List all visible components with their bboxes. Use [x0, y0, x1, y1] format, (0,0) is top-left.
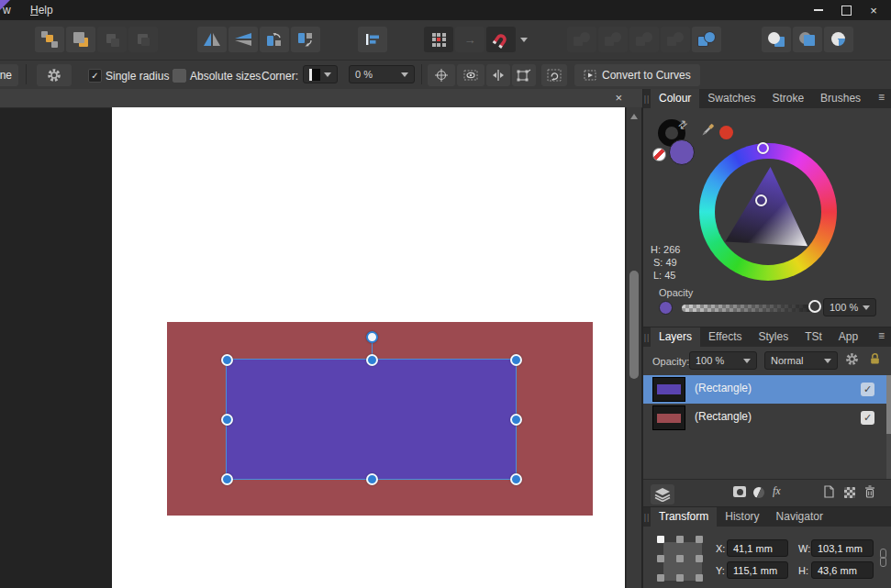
menu-item-help[interactable]: Help [30, 3, 53, 17]
anchor-dot-bottom-left[interactable] [657, 574, 664, 582]
opacity-value-dropdown[interactable]: 100 % [823, 298, 876, 316]
anchor-dot-middle-right[interactable] [696, 555, 703, 562]
panel-grip[interactable]: || [643, 89, 651, 108]
anchor-dot-bottom-right[interactable] [696, 574, 703, 582]
tab-styles[interactable]: Styles [751, 327, 797, 347]
scrollbar-thumb[interactable] [629, 271, 639, 379]
h-input[interactable]: 43,6 mm [811, 561, 874, 579]
corner-radius-dropdown[interactable]: 0 % [349, 65, 415, 83]
anchor-dot-bottom-middle[interactable] [676, 574, 684, 582]
no-colour-icon[interactable] [652, 148, 666, 161]
colour-picker-button[interactable] [699, 122, 716, 142]
w-input[interactable]: 103,1 mm [811, 539, 874, 557]
tab-colour[interactable]: Colour [651, 89, 699, 108]
panel-menu-icon[interactable]: ≡ [878, 327, 891, 347]
selection-handle-top-right[interactable] [510, 354, 522, 366]
anchor-dot-top-left[interactable] [657, 536, 664, 543]
scroll-up-icon[interactable] [630, 114, 638, 119]
minimize-button[interactable] [805, 0, 832, 20]
show-rotation-center-button[interactable] [428, 64, 455, 86]
move-forward-button[interactable] [35, 27, 64, 52]
layer-row[interactable]: (Rectangle) ✓ [643, 375, 887, 404]
layer-effects-button[interactable]: fx [773, 484, 781, 498]
vertical-scrollbar[interactable] [626, 107, 641, 588]
anchor-dot-middle-left[interactable] [657, 555, 664, 562]
tab-app[interactable]: App [830, 327, 866, 347]
transform-objects-button[interactable] [512, 64, 536, 86]
selection-handle-top-middle[interactable] [366, 354, 378, 366]
layer-opacity-dropdown[interactable]: 100 % [689, 351, 757, 370]
boolean-add-button[interactable] [567, 27, 596, 52]
tab-effects[interactable]: Effects [700, 327, 750, 347]
new-layer-button[interactable] [824, 485, 834, 498]
blend-mode-dropdown[interactable]: Normal [764, 351, 838, 370]
panel-grip[interactable]: || [643, 507, 651, 527]
insert-on-top-button[interactable] [793, 27, 822, 52]
stack-layers-button[interactable] [651, 484, 674, 505]
document-tab-bar[interactable]: × [0, 89, 642, 108]
blend-options-button[interactable] [845, 352, 859, 370]
maximize-button[interactable] [832, 0, 860, 20]
rotate-ccw-button[interactable] [260, 27, 289, 52]
selection-handle-bottom-middle[interactable] [366, 473, 378, 485]
anchor-dot-center[interactable] [676, 555, 684, 562]
insert-inside-button[interactable] [824, 27, 853, 52]
rotate-selection-button[interactable] [541, 64, 567, 86]
rotation-handle[interactable] [366, 331, 378, 343]
saturation-selector[interactable] [755, 194, 767, 206]
boolean-xor-button[interactable] [661, 27, 690, 52]
single-radius-checkbox[interactable]: ✓ [88, 69, 102, 83]
flip-horizontal-button[interactable] [197, 27, 227, 52]
colour-wheel[interactable] [699, 143, 837, 281]
selection-handle-middle-left[interactable] [221, 414, 233, 426]
rotate-cw-button[interactable] [291, 27, 320, 52]
menu-item-partial[interactable]: w [3, 3, 11, 17]
boolean-intersect-button[interactable] [629, 27, 659, 52]
snap-move-button[interactable]: → [455, 27, 484, 52]
x-input[interactable]: 41,1 mm [727, 539, 788, 557]
layer-visibility-checkbox[interactable]: ✓ [861, 383, 874, 396]
snap-grid-toggle[interactable] [424, 27, 453, 52]
panel-menu-icon[interactable]: ≡ [878, 89, 891, 108]
boolean-subtract-button[interactable] [598, 27, 628, 52]
tab-brushes[interactable]: Brushes [812, 89, 869, 108]
y-input[interactable]: 115,1 mm [727, 561, 788, 579]
alignment-button[interactable] [358, 27, 387, 52]
corner-type-dropdown[interactable] [303, 65, 338, 83]
flip-vertical-button[interactable] [228, 27, 258, 52]
opacity-slider-knob[interactable] [808, 300, 821, 313]
tab-layers[interactable]: Layers [651, 327, 700, 347]
settings-button[interactable] [37, 64, 72, 86]
convert-to-curves-button[interactable]: Convert to Curves [574, 64, 700, 86]
mask-layer-button[interactable] [733, 486, 746, 497]
layer-row[interactable]: (Rectangle) ✓ [643, 404, 887, 432]
absolute-sizes-checkbox[interactable] [173, 69, 186, 83]
close-button[interactable]: × [860, 0, 887, 20]
move-backward-button[interactable] [97, 27, 127, 52]
selection-handle-bottom-left[interactable] [221, 473, 233, 485]
tab-transform[interactable]: Transform [651, 507, 717, 527]
snapping-toggle[interactable] [486, 27, 516, 52]
tab-navigator[interactable]: Navigator [768, 507, 831, 527]
tab-swatches[interactable]: Swatches [699, 89, 763, 108]
adjustment-button[interactable] [753, 487, 764, 498]
layers-scrollbar-thumb[interactable] [886, 375, 891, 434]
panel-grip[interactable]: || [643, 327, 651, 347]
selection-handle-top-left[interactable] [221, 354, 233, 366]
layers-scrollbar[interactable] [886, 375, 891, 479]
lock-layer-button[interactable] [869, 352, 881, 369]
tab-stroke[interactable]: Stroke [763, 89, 812, 108]
selection-handle-bottom-right[interactable] [510, 473, 522, 485]
link-dimensions-toggle[interactable] [880, 549, 886, 569]
layer-visibility-checkbox[interactable]: ✓ [861, 411, 874, 425]
fill-colour-well[interactable] [669, 139, 695, 165]
move-to-back-button[interactable] [128, 27, 158, 52]
boolean-divide-button[interactable] [692, 27, 721, 52]
tab-text-styles[interactable]: TSt [796, 327, 830, 347]
selection-handle-middle-right[interactable] [510, 414, 522, 426]
insert-behind-button[interactable] [762, 27, 791, 52]
anchor-point-selector[interactable] [656, 535, 704, 582]
cycle-selection-box-button[interactable] [457, 64, 484, 86]
stroke-style-partial-button[interactable]: one [0, 64, 18, 86]
anchor-dot-top-right[interactable] [696, 536, 703, 543]
